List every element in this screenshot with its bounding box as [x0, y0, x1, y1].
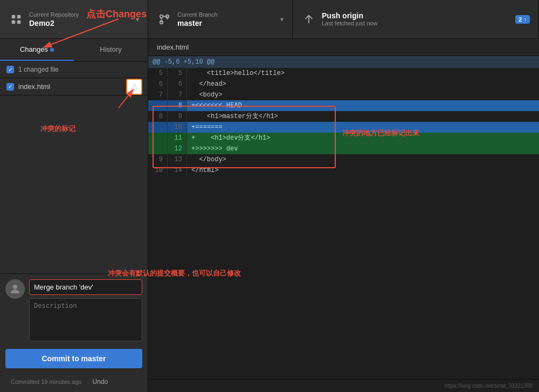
diff-line-conflict-sep: 10 +=======: [148, 122, 539, 133]
branch-name: master: [177, 19, 273, 27]
commit-summary-input[interactable]: [29, 279, 142, 295]
branch-text-group: Current Branch master: [177, 11, 273, 27]
svg-point-7: [13, 285, 17, 289]
avatar: [5, 279, 25, 299]
diff-line: 9 13 </body>: [148, 154, 539, 165]
repo-icon: [9, 12, 24, 27]
diff-header-line: @@ -5,6 +5,10 @@: [148, 56, 539, 68]
changed-files-count: 1 changed file: [18, 66, 59, 73]
svg-rect-1: [17, 15, 20, 18]
diff-line: 8 9 <h1>master分支</h1>: [148, 111, 539, 122]
branch-chevron-icon: ▾: [280, 16, 284, 23]
push-section[interactable]: Push origin Last fetched just now 2 ↑: [293, 0, 539, 38]
branch-section[interactable]: Current Branch master ▾: [148, 0, 293, 38]
commit-area: Commit to master Committed 19 minutes ag…: [0, 273, 148, 392]
diff-line: 7 7 <body>: [148, 90, 539, 100]
push-icon: [301, 12, 316, 27]
svg-rect-3: [17, 20, 20, 23]
file-list-header: 1 changed file: [0, 61, 148, 78]
tab-changes[interactable]: Changes: [0, 39, 74, 61]
svg-point-4: [160, 15, 163, 18]
file-name: index.html: [18, 82, 50, 91]
push-badge: 2 ↑: [515, 15, 530, 24]
bottom-bar: https://blog.csdn.net/sinat_33321308: [148, 379, 539, 392]
committed-text: Committed 19 minutes ago: [5, 376, 87, 387]
tabs: Changes History: [0, 39, 148, 61]
branch-icon: [157, 12, 172, 27]
commit-button[interactable]: Commit to master: [5, 349, 142, 368]
diff-line-conflict-start: 8 +<<<<<<< HEAD: [148, 100, 539, 111]
diff-content[interactable]: @@ -5,6 +5,10 @@ 5 5 <title>hello</title…: [148, 56, 539, 392]
select-all-checkbox[interactable]: [6, 66, 14, 73]
repo-label: Current Repository: [29, 11, 128, 18]
diff-filename: index.html: [148, 39, 539, 56]
bottom-bar-url: https://blog.csdn.net/sinat_33321308: [445, 383, 533, 389]
repo-name: Demo2: [29, 19, 128, 27]
conflict-warning-badge: ⚠: [126, 79, 142, 95]
push-sublabel: Last fetched just now: [322, 20, 506, 26]
svg-rect-0: [12, 15, 15, 18]
repo-section[interactable]: Current Repository Demo2 ▾: [0, 0, 148, 38]
svg-rect-2: [12, 20, 15, 23]
diff-line-conflict-end: 12 +>>>>>>> dev: [148, 143, 539, 154]
commit-description-input[interactable]: [29, 298, 142, 341]
toolbar: Current Repository Demo2 ▾ Current Branc…: [0, 0, 539, 39]
commit-input-group: [29, 279, 142, 343]
main-content: Changes History 1 changed file index.htm…: [0, 39, 539, 392]
diff-line: 10 14 </html>: [148, 165, 539, 176]
branch-label: Current Branch: [177, 11, 273, 18]
push-label: Push origin: [322, 11, 506, 20]
repo-text-group: Current Repository Demo2: [29, 11, 128, 27]
changes-dot: [50, 48, 54, 52]
diff-line: 5 5 <title>hello</title>: [148, 68, 539, 79]
diff-line: 6 6 </head>: [148, 79, 539, 90]
file-item-index-html[interactable]: index.html ⚠: [0, 78, 148, 95]
sidebar: Changes History 1 changed file index.htm…: [0, 39, 148, 392]
tab-history[interactable]: History: [74, 39, 148, 61]
push-text-group: Push origin Last fetched just now: [322, 11, 506, 27]
repo-chevron-icon: ▾: [136, 16, 139, 23]
commit-message-area: [0, 274, 148, 349]
file-checkbox[interactable]: [6, 83, 14, 91]
diff-line-conflict-theirs: 11 + <h1>dev分支</h1>: [148, 133, 539, 143]
diff-panel: index.html @@ -5,6 +5,10 @@ 5 5 <title>h…: [148, 39, 539, 392]
undo-button[interactable]: Undo: [87, 376, 113, 388]
